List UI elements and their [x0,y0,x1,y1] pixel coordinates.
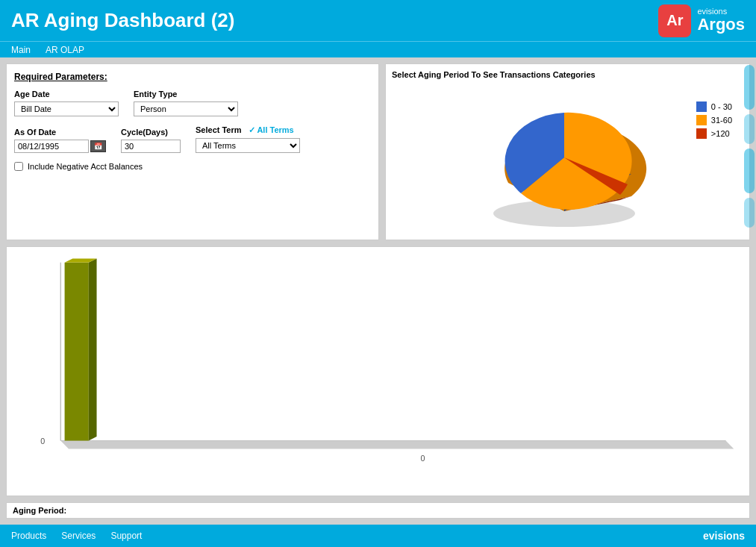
bottom-link-products[interactable]: Products [11,531,46,541]
bar-chart-svg: 0 0 [37,254,742,473]
pie-container: 0 - 30 31-60 >120 [392,83,743,231]
nav-bar: Main AR OLAP [0,41,756,57]
include-negative-label: Include Negative Acct Balances [28,162,143,171]
x-axis-depth [60,441,734,449]
aging-footer: Aging Period: [6,502,750,519]
nav-item-main[interactable]: Main [11,45,31,55]
bar-1-depth [89,258,97,440]
date-wrapper: 📅 [14,140,106,153]
x-axis-label: 0 [421,454,425,463]
bar-panel: 0 0 [6,246,750,496]
date-cycle-row: As Of Date 📅 Cycle(Days) Select Term ✓ A… [14,125,371,153]
as-of-date-group: As Of Date 📅 [14,128,106,153]
aging-period-label: Aging Period: [13,506,66,515]
pie-chart-title: Select Aging Period To See Transactions … [392,70,743,79]
include-negative-row: Include Negative Acct Balances [14,162,371,171]
legend-item-31-60: 31-60 [696,115,732,125]
entity-type-group: Entity Type Person Organization All [134,90,238,116]
entity-type-select[interactable]: Person Organization All [134,101,238,116]
logo-brand: evisions Argos [697,7,745,34]
y-axis-label: 0 [40,437,45,446]
nav-item-ar-olap[interactable]: AR OLAP [46,45,84,55]
all-terms-link[interactable]: ✓ All Terms [249,125,294,134]
age-date-select[interactable]: Bill Date Due Date Service Date [14,101,119,116]
select-term-label: Select Term ✓ All Terms [196,125,300,135]
legend-label-0-30: 0 - 30 [711,102,732,111]
main-content: Required Parameters: Age Date Bill Date … [0,57,756,525]
logo-container: Ar evisions Argos [658,4,745,37]
bottom-link-services[interactable]: Services [61,531,96,541]
select-term-group: Select Term ✓ All Terms All Terms Fall S… [196,125,300,153]
logo-icon: Ar [658,4,691,37]
top-section: Required Parameters: Age Date Bill Date … [6,63,750,240]
pie-legend: 0 - 30 31-60 >120 [696,101,732,139]
bottom-nav: Products Services Support evisions [0,525,756,547]
cycle-days-input[interactable] [121,140,181,153]
entity-type-label: Entity Type [134,90,238,99]
select-term-select[interactable]: All Terms Fall Spring Summer [196,138,300,153]
params-title: Required Parameters: [14,72,371,82]
as-of-date-label: As Of Date [14,128,106,137]
bottom-brand: evisions [703,530,745,542]
cycle-days-group: Cycle(Days) [121,128,181,153]
legend-color-31-60 [696,115,707,125]
page-title: AR Aging Dashboard (2) [11,9,234,32]
bottom-link-support[interactable]: Support [110,531,142,541]
pie-panel: Select Aging Period To See Transactions … [385,63,750,240]
params-panel: Required Parameters: Age Date Bill Date … [6,63,379,240]
age-date-label: Age Date [14,90,119,99]
logo-product: Argos [697,16,745,34]
calendar-icon[interactable]: 📅 [90,140,106,152]
age-date-row: Age Date Bill Date Due Date Service Date… [14,90,371,116]
bar-1[interactable] [65,263,89,441]
pie-chart-svg [471,83,665,232]
legend-color-0-30 [696,101,707,112]
age-date-group: Age Date Bill Date Due Date Service Date [14,90,119,116]
bottom-links: Products Services Support [11,531,142,541]
legend-label-31-60: 31-60 [711,116,732,125]
legend-label-gt120: >120 [711,129,730,138]
legend-color-gt120 [696,128,707,139]
cycle-days-label: Cycle(Days) [121,128,181,137]
legend-item-0-30: 0 - 30 [696,101,732,112]
header: AR Aging Dashboard (2) Ar evisions Argos [0,0,756,41]
legend-item-gt120: >120 [696,128,732,139]
as-of-date-input[interactable] [14,140,89,153]
include-negative-checkbox[interactable] [14,162,23,171]
